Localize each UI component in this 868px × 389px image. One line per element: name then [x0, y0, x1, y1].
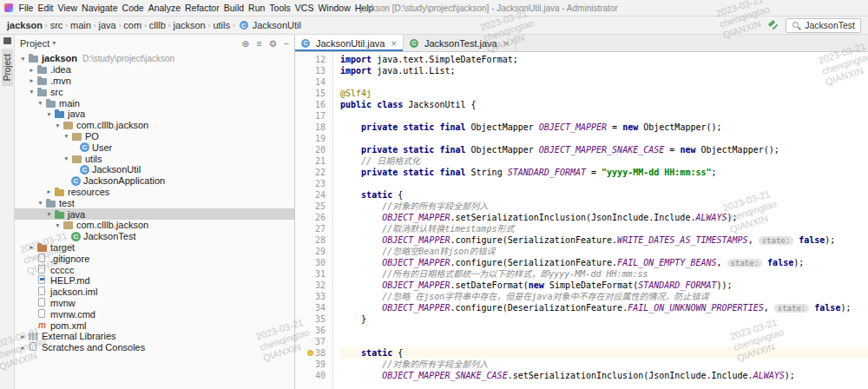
tree-item-utils[interactable]: ▾utils: [15, 153, 294, 164]
gutter-line-31[interactable]: 31: [295, 268, 332, 280]
breadcrumb-item-jackson[interactable]: jackson: [171, 20, 207, 30]
code-line-40[interactable]: OBJECT_MAPPER_SNAKE_CASE.setSerializatio…: [340, 370, 868, 381]
code-line-22[interactable]: private static final String STANDARD_FOR…: [340, 167, 868, 178]
gutter-line-39[interactable]: 39: [295, 359, 332, 370]
menu-code[interactable]: Code: [120, 2, 146, 14]
gutter-line-13[interactable]: 13: [295, 65, 332, 76]
code-line-16[interactable]: public class JacksonUtil {: [340, 99, 868, 110]
expanded-chevron-icon[interactable]: ▾: [27, 88, 36, 96]
code-line-26[interactable]: OBJECT_MAPPER.setSerializationInclusion(…: [340, 212, 868, 223]
collapse-all-icon[interactable]: ≡: [256, 38, 261, 49]
gutter-line-28[interactable]: 28: [295, 234, 332, 246]
gutter-line-12[interactable]: 12: [295, 54, 332, 65]
code-line-29[interactable]: //忽略空Bean转json的错误: [340, 246, 868, 257]
collapsed-chevron-icon[interactable]: ▸: [18, 344, 28, 352]
tree-item-mvnw.cmd[interactable]: mvnw.cmd: [15, 308, 294, 320]
gutter-line-17[interactable]: 17: [295, 110, 332, 122]
tree-item-.idea[interactable]: ▸.idea: [15, 64, 294, 76]
code-line-25[interactable]: //对象的所有字段全部列入: [340, 201, 868, 212]
gutter-line-21[interactable]: 21: [295, 155, 332, 167]
code-line-36[interactable]: [340, 325, 868, 336]
menu-navigate[interactable]: Navigate: [80, 2, 120, 14]
code-line-30[interactable]: OBJECT_MAPPER.configure(SerializationFea…: [340, 257, 868, 268]
breadcrumb-item-jackson[interactable]: jackson: [5, 20, 44, 30]
expanded-chevron-icon[interactable]: ▾: [18, 55, 28, 63]
gutter-line-30[interactable]: 30: [295, 257, 332, 268]
code-line-18[interactable]: private static final ObjectMapper OBJECT…: [340, 122, 868, 133]
gutter-line-23[interactable]: 23: [295, 178, 332, 189]
tree-item-ccccc[interactable]: ccccc: [15, 264, 294, 275]
tree-item-test[interactable]: ▾test: [15, 197, 294, 208]
tree-item-po[interactable]: ▾PO: [15, 131, 294, 142]
tree-item-scratches-and-consoles[interactable]: ▸Scratches and Consoles: [15, 342, 294, 353]
tree-item-java[interactable]: ▾java: [15, 109, 294, 120]
expanded-chevron-icon[interactable]: ▾: [44, 110, 54, 118]
tab-jacksontest-java[interactable]: CJacksonTest.java×: [404, 35, 516, 51]
tree-item-jacksonapplication[interactable]: CJacksonApplication: [15, 175, 294, 187]
search-box[interactable]: JacksonTest: [786, 18, 861, 33]
menu-refactor[interactable]: Refactor: [183, 2, 222, 14]
tree-item-jackson[interactable]: ▾jacksonD:\study\project\jackson: [15, 53, 294, 64]
gutter-line-25[interactable]: 25: [295, 201, 332, 212]
tree-item-com.clllb.jackson[interactable]: ▾com.clllb.jackson: [15, 220, 294, 231]
tree-item-com.clllb.jackson[interactable]: ▾com.clllb.jackson: [15, 120, 294, 131]
menu-build[interactable]: Build: [221, 2, 246, 14]
gutter-line-19[interactable]: 19: [295, 133, 332, 144]
code-line-37[interactable]: [340, 336, 868, 347]
code-line-27[interactable]: //取消默认转换timestamps形式: [340, 223, 868, 234]
expanded-chevron-icon[interactable]: ▾: [53, 221, 62, 229]
code-line-32[interactable]: OBJECT_MAPPER.setDateFormat(new SimpleDa…: [340, 280, 868, 291]
code-line-31[interactable]: //所有的日期格式都统一为以下的样式，即yyyy-MM-dd HH:mm:ss: [340, 268, 868, 280]
gutter-line-22[interactable]: 22: [295, 167, 332, 178]
code-line-17[interactable]: [340, 110, 868, 122]
gutter-line-16[interactable]: 16: [295, 99, 332, 110]
tree-item-help.md[interactable]: HELP.md: [15, 275, 294, 287]
project-stripe-button[interactable]: Project: [2, 49, 13, 86]
code-line-34[interactable]: OBJECT_MAPPER.configure(DeserializationF…: [340, 302, 868, 313]
tree-item-src[interactable]: ▾src: [15, 86, 294, 97]
tab-jacksonutil-java[interactable]: CJacksonUtil.java×: [295, 35, 404, 51]
expanded-chevron-icon[interactable]: ▾: [36, 199, 45, 207]
collapsed-chevron-icon[interactable]: ▸: [18, 333, 28, 340]
gutter-line-33[interactable]: 33: [295, 291, 332, 302]
code-line-28[interactable]: OBJECT_MAPPER.configure(SerializationFea…: [340, 234, 868, 246]
menu-analyze[interactable]: Analyze: [146, 2, 182, 14]
collapsed-chevron-icon[interactable]: ▸: [27, 76, 36, 84]
tree-item-main[interactable]: ▾main: [15, 97, 294, 109]
collapsed-chevron-icon[interactable]: ▸: [27, 66, 36, 74]
code-line-21[interactable]: // 日期格式化: [340, 155, 868, 167]
code-line-15[interactable]: @Slf4j: [340, 88, 868, 99]
gutter-line-24[interactable]: 24: [295, 189, 332, 201]
code-line-24[interactable]: static {: [340, 189, 868, 201]
breadcrumb-item-com[interactable]: com: [122, 20, 143, 30]
gutter-line-27[interactable]: 27: [295, 223, 332, 234]
gutter-line-34[interactable]: 34: [295, 302, 332, 313]
gutter-line-18[interactable]: 18: [295, 122, 332, 133]
tree-item-user[interactable]: CUser: [15, 142, 294, 153]
tree-item-external-libraries[interactable]: ▸External Libraries: [15, 331, 294, 342]
collapsed-chevron-icon[interactable]: ▸: [27, 243, 36, 251]
close-icon[interactable]: ×: [503, 38, 509, 49]
code-line-33[interactable]: //忽略 在json字符串中存在，但是在java对象中不存在对应属性的情况，防止…: [340, 291, 868, 302]
gutter-line-29[interactable]: 29: [295, 246, 332, 257]
menu-vcs[interactable]: VCS: [293, 2, 316, 14]
menu-window[interactable]: Window: [316, 2, 352, 14]
code-line-39[interactable]: //对象的所有字段全部列入: [340, 359, 868, 370]
gutter-line-20[interactable]: 20: [295, 144, 332, 155]
menu-tools[interactable]: Tools: [267, 2, 293, 14]
menu-file[interactable]: File: [16, 2, 36, 14]
code-line-23[interactable]: [340, 178, 868, 189]
gear-icon[interactable]: ⚙: [268, 38, 276, 49]
gutter-line-15[interactable]: 15: [295, 88, 332, 99]
tree-item-jacksonutil[interactable]: CJacksonUtil: [15, 164, 294, 175]
breadcrumb-item-java[interactable]: java: [97, 20, 118, 30]
code-line-20[interactable]: private static final ObjectMapper OBJECT…: [340, 144, 868, 155]
menu-edit[interactable]: Edit: [36, 2, 56, 14]
gutter-line-36[interactable]: 36: [295, 325, 332, 336]
expanded-chevron-icon[interactable]: ▾: [62, 132, 71, 140]
code-line-13[interactable]: import java.util.List;: [340, 65, 868, 76]
code-line-38[interactable]: static {: [340, 347, 868, 359]
tree-item-jacksontest[interactable]: CJacksonTest: [15, 231, 294, 242]
tree-item-target[interactable]: ▸target: [15, 242, 294, 254]
project-panel-title[interactable]: Project: [20, 38, 49, 49]
